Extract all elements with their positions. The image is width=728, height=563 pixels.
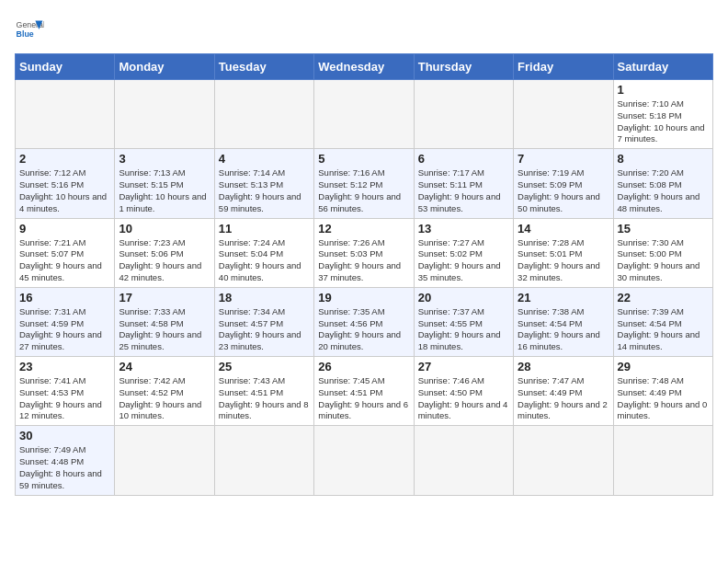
day-number: 24 bbox=[119, 360, 210, 373]
calendar-day-cell: 7Sunrise: 7:19 AM Sunset: 5:09 PM Daylig… bbox=[514, 149, 613, 218]
day-number: 12 bbox=[318, 222, 409, 236]
logo: General Blue bbox=[15, 15, 44, 44]
day-info: Sunrise: 7:43 AM Sunset: 4:51 PM Dayligh… bbox=[219, 375, 310, 422]
calendar-day-cell bbox=[214, 426, 313, 495]
day-info: Sunrise: 7:12 AM Sunset: 5:16 PM Dayligh… bbox=[19, 167, 110, 214]
calendar-day-cell bbox=[414, 426, 513, 495]
calendar-day-cell: 21Sunrise: 7:38 AM Sunset: 4:54 PM Dayli… bbox=[514, 287, 613, 356]
day-number: 16 bbox=[19, 291, 110, 304]
day-info: Sunrise: 7:35 AM Sunset: 4:56 PM Dayligh… bbox=[318, 306, 409, 353]
calendar-week-row: 9Sunrise: 7:21 AM Sunset: 5:07 PM Daylig… bbox=[16, 218, 713, 287]
calendar-day-cell: 1Sunrise: 7:10 AM Sunset: 5:18 PM Daylig… bbox=[613, 80, 712, 149]
calendar-day-cell: 9Sunrise: 7:21 AM Sunset: 5:07 PM Daylig… bbox=[16, 218, 115, 287]
day-number: 4 bbox=[219, 152, 310, 166]
day-number: 22 bbox=[618, 291, 709, 304]
day-info: Sunrise: 7:41 AM Sunset: 4:53 PM Dayligh… bbox=[19, 375, 110, 422]
day-number: 18 bbox=[219, 291, 310, 304]
calendar-day-cell: 5Sunrise: 7:16 AM Sunset: 5:12 PM Daylig… bbox=[314, 149, 414, 218]
day-number: 5 bbox=[318, 152, 409, 166]
day-number: 30 bbox=[19, 429, 110, 442]
day-number: 7 bbox=[518, 152, 609, 166]
calendar-header-row: SundayMondayTuesdayWednesdayThursdayFrid… bbox=[16, 54, 713, 80]
calendar-week-row: 2Sunrise: 7:12 AM Sunset: 5:16 PM Daylig… bbox=[16, 149, 713, 218]
calendar-day-cell: 30Sunrise: 7:49 AM Sunset: 4:48 PM Dayli… bbox=[16, 426, 115, 495]
day-info: Sunrise: 7:13 AM Sunset: 5:15 PM Dayligh… bbox=[119, 167, 210, 214]
day-info: Sunrise: 7:24 AM Sunset: 5:04 PM Dayligh… bbox=[219, 237, 310, 284]
calendar-day-cell: 28Sunrise: 7:47 AM Sunset: 4:49 PM Dayli… bbox=[514, 357, 613, 426]
day-info: Sunrise: 7:37 AM Sunset: 4:55 PM Dayligh… bbox=[418, 306, 509, 353]
calendar-day-cell bbox=[314, 426, 414, 495]
generalblue-logo-icon: General Blue bbox=[15, 15, 44, 44]
calendar-day-cell: 29Sunrise: 7:48 AM Sunset: 4:49 PM Dayli… bbox=[613, 357, 712, 426]
day-number: 15 bbox=[618, 222, 709, 236]
calendar-day-cell bbox=[16, 80, 115, 149]
calendar-week-row: 1Sunrise: 7:10 AM Sunset: 5:18 PM Daylig… bbox=[16, 80, 713, 149]
calendar-day-cell: 12Sunrise: 7:26 AM Sunset: 5:03 PM Dayli… bbox=[314, 218, 414, 287]
day-number: 11 bbox=[219, 222, 310, 236]
calendar-day-cell bbox=[514, 80, 613, 149]
day-info: Sunrise: 7:23 AM Sunset: 5:06 PM Dayligh… bbox=[119, 237, 210, 284]
calendar-day-cell bbox=[115, 80, 214, 149]
day-info: Sunrise: 7:39 AM Sunset: 4:54 PM Dayligh… bbox=[618, 306, 709, 353]
calendar-day-cell: 26Sunrise: 7:45 AM Sunset: 4:51 PM Dayli… bbox=[314, 357, 414, 426]
calendar-day-cell: 27Sunrise: 7:46 AM Sunset: 4:50 PM Dayli… bbox=[414, 357, 513, 426]
day-info: Sunrise: 7:46 AM Sunset: 4:50 PM Dayligh… bbox=[418, 375, 509, 422]
day-info: Sunrise: 7:38 AM Sunset: 4:54 PM Dayligh… bbox=[518, 306, 609, 353]
calendar-week-row: 16Sunrise: 7:31 AM Sunset: 4:59 PM Dayli… bbox=[16, 287, 713, 356]
calendar-day-cell: 18Sunrise: 7:34 AM Sunset: 4:57 PM Dayli… bbox=[214, 287, 313, 356]
calendar-day-cell: 8Sunrise: 7:20 AM Sunset: 5:08 PM Daylig… bbox=[613, 149, 712, 218]
calendar-table: SundayMondayTuesdayWednesdayThursdayFrid… bbox=[15, 53, 713, 496]
weekday-header: Monday bbox=[115, 54, 214, 80]
calendar-day-cell bbox=[514, 426, 613, 495]
day-info: Sunrise: 7:42 AM Sunset: 4:52 PM Dayligh… bbox=[119, 375, 210, 422]
day-info: Sunrise: 7:48 AM Sunset: 4:49 PM Dayligh… bbox=[618, 375, 709, 422]
day-info: Sunrise: 7:31 AM Sunset: 4:59 PM Dayligh… bbox=[19, 306, 110, 353]
day-info: Sunrise: 7:14 AM Sunset: 5:13 PM Dayligh… bbox=[219, 167, 310, 214]
day-info: Sunrise: 7:30 AM Sunset: 5:00 PM Dayligh… bbox=[618, 237, 709, 284]
calendar-day-cell bbox=[613, 426, 712, 495]
day-info: Sunrise: 7:17 AM Sunset: 5:11 PM Dayligh… bbox=[418, 167, 509, 214]
calendar-week-row: 30Sunrise: 7:49 AM Sunset: 4:48 PM Dayli… bbox=[16, 426, 713, 495]
day-info: Sunrise: 7:47 AM Sunset: 4:49 PM Dayligh… bbox=[518, 375, 609, 422]
calendar-day-cell: 25Sunrise: 7:43 AM Sunset: 4:51 PM Dayli… bbox=[214, 357, 313, 426]
calendar-day-cell bbox=[115, 426, 214, 495]
day-number: 13 bbox=[418, 222, 509, 236]
calendar-day-cell: 24Sunrise: 7:42 AM Sunset: 4:52 PM Dayli… bbox=[115, 357, 214, 426]
calendar-day-cell: 13Sunrise: 7:27 AM Sunset: 5:02 PM Dayli… bbox=[414, 218, 513, 287]
calendar-day-cell: 16Sunrise: 7:31 AM Sunset: 4:59 PM Dayli… bbox=[16, 287, 115, 356]
day-number: 25 bbox=[219, 360, 310, 373]
calendar-day-cell: 20Sunrise: 7:37 AM Sunset: 4:55 PM Dayli… bbox=[414, 287, 513, 356]
day-number: 1 bbox=[618, 83, 709, 97]
calendar-week-row: 23Sunrise: 7:41 AM Sunset: 4:53 PM Dayli… bbox=[16, 357, 713, 426]
day-number: 26 bbox=[318, 360, 409, 373]
calendar-day-cell: 2Sunrise: 7:12 AM Sunset: 5:16 PM Daylig… bbox=[16, 149, 115, 218]
day-info: Sunrise: 7:19 AM Sunset: 5:09 PM Dayligh… bbox=[518, 167, 609, 214]
calendar-day-cell: 17Sunrise: 7:33 AM Sunset: 4:58 PM Dayli… bbox=[115, 287, 214, 356]
calendar-day-cell: 15Sunrise: 7:30 AM Sunset: 5:00 PM Dayli… bbox=[613, 218, 712, 287]
weekday-header: Friday bbox=[514, 54, 613, 80]
day-number: 17 bbox=[119, 291, 210, 304]
day-info: Sunrise: 7:16 AM Sunset: 5:12 PM Dayligh… bbox=[318, 167, 409, 214]
calendar-day-cell bbox=[214, 80, 313, 149]
weekday-header: Wednesday bbox=[314, 54, 414, 80]
day-number: 21 bbox=[518, 291, 609, 304]
day-number: 10 bbox=[119, 222, 210, 236]
day-info: Sunrise: 7:34 AM Sunset: 4:57 PM Dayligh… bbox=[219, 306, 310, 353]
weekday-header: Tuesday bbox=[214, 54, 313, 80]
weekday-header: Thursday bbox=[414, 54, 513, 80]
calendar-day-cell: 14Sunrise: 7:28 AM Sunset: 5:01 PM Dayli… bbox=[514, 218, 613, 287]
calendar-day-cell: 11Sunrise: 7:24 AM Sunset: 5:04 PM Dayli… bbox=[214, 218, 313, 287]
day-info: Sunrise: 7:33 AM Sunset: 4:58 PM Dayligh… bbox=[119, 306, 210, 353]
day-number: 19 bbox=[318, 291, 409, 304]
weekday-header: Saturday bbox=[613, 54, 712, 80]
calendar-day-cell: 23Sunrise: 7:41 AM Sunset: 4:53 PM Dayli… bbox=[16, 357, 115, 426]
calendar-day-cell: 3Sunrise: 7:13 AM Sunset: 5:15 PM Daylig… bbox=[115, 149, 214, 218]
weekday-header: Sunday bbox=[16, 54, 115, 80]
day-info: Sunrise: 7:26 AM Sunset: 5:03 PM Dayligh… bbox=[318, 237, 409, 284]
calendar-day-cell: 10Sunrise: 7:23 AM Sunset: 5:06 PM Dayli… bbox=[115, 218, 214, 287]
day-number: 3 bbox=[119, 152, 210, 166]
calendar-day-cell: 19Sunrise: 7:35 AM Sunset: 4:56 PM Dayli… bbox=[314, 287, 414, 356]
calendar-day-cell bbox=[314, 80, 414, 149]
day-number: 6 bbox=[418, 152, 509, 166]
day-info: Sunrise: 7:28 AM Sunset: 5:01 PM Dayligh… bbox=[518, 237, 609, 284]
